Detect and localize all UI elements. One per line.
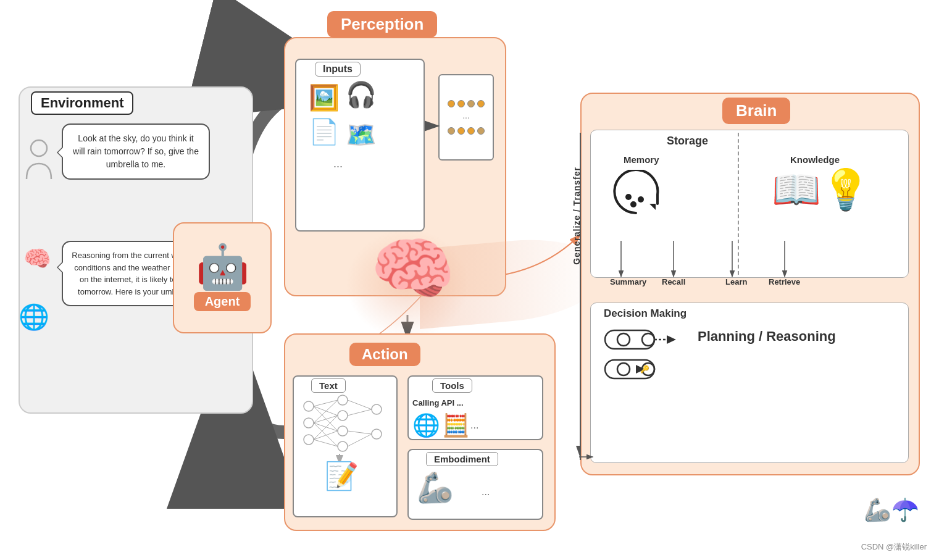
enc-dot <box>448 127 455 135</box>
svg-point-29 <box>372 429 382 439</box>
image-icon: 🖼️ <box>309 83 340 112</box>
enc-dot <box>457 127 465 135</box>
svg-line-31 <box>314 406 338 416</box>
agent-robot-icon: 🤖 <box>196 245 249 288</box>
brain-icon-reasoning: 🧠 <box>23 246 51 272</box>
memory-icon <box>611 170 661 229</box>
agent-box: 🤖 Agent <box>173 222 272 333</box>
svg-text:🔑: 🔑 <box>640 364 649 374</box>
tools-sublabel: Tools <box>432 378 472 393</box>
input-dots: ... <box>333 157 343 170</box>
svg-point-57 <box>642 333 654 346</box>
enc-dot <box>457 100 465 107</box>
retrieve-label: Retrieve <box>769 277 800 286</box>
svg-point-26 <box>338 426 348 436</box>
svg-marker-46 <box>649 204 656 210</box>
svg-point-23 <box>304 435 314 445</box>
svg-point-22 <box>304 418 314 428</box>
txt-file-icon: 📝 <box>325 460 359 492</box>
knowledge-book-icon: 📖💡 <box>772 167 870 213</box>
action-label: Action <box>349 343 420 366</box>
embodiment-sublabel: Embodiment <box>426 452 498 466</box>
decision-label: Decision Making <box>604 307 687 320</box>
svg-point-61 <box>617 363 630 375</box>
web-tool-icon: 🌐 <box>412 412 440 438</box>
perception-label: Perception <box>327 11 437 38</box>
svg-point-12 <box>31 140 47 156</box>
knowledge-label: Knowledge <box>790 154 840 165</box>
enc-dot <box>477 100 485 107</box>
agent-label: Agent <box>194 292 251 311</box>
recall-label: Recall <box>662 277 685 286</box>
planning-label: Planning / Reasoning <box>698 327 836 346</box>
svg-point-28 <box>372 404 382 414</box>
svg-marker-59 <box>667 335 676 344</box>
svg-line-40 <box>348 400 372 409</box>
encoder-dots: ··· <box>462 112 470 122</box>
speech1-text: Look at the sky, do you think it will ra… <box>73 133 199 169</box>
tools-dots: ... <box>470 420 478 431</box>
enc-dot <box>448 100 455 107</box>
inputs-label: Inputs <box>315 62 361 77</box>
svg-point-47 <box>638 196 644 203</box>
globe-icon: 🌐 <box>19 303 49 332</box>
decision-box <box>590 303 909 463</box>
svg-point-27 <box>338 441 348 451</box>
robot-arm-icon: 🦾 <box>417 470 454 505</box>
svg-point-24 <box>338 395 348 405</box>
summary-label: Summary <box>610 277 646 286</box>
tools-calling-text: Calling API ... <box>412 398 464 407</box>
toggle-icon-2: 🔑 <box>602 357 682 382</box>
toggle-icon-1 <box>602 327 682 352</box>
watermark: CSDN @潇锐killer <box>861 541 927 553</box>
svg-point-25 <box>338 411 348 420</box>
umbrella-robot-icon: 🦾☂️ <box>864 497 919 523</box>
svg-line-43 <box>348 434 372 446</box>
svg-line-38 <box>314 431 338 440</box>
storage-divider <box>738 133 739 275</box>
svg-line-41 <box>348 409 372 416</box>
audio-icon: 🎧 <box>346 80 377 109</box>
diagram-container: Environment Look at the sky, do you thin… <box>0 0 939 560</box>
generalize-transfer-label: Generalize / Transfer <box>572 167 582 265</box>
storage-label: Storage <box>667 135 708 148</box>
svg-point-56 <box>617 333 630 346</box>
enc-dot <box>477 127 485 135</box>
document-icon: 📄 <box>309 117 340 146</box>
map-icon: 🗺️ <box>346 120 377 149</box>
svg-point-21 <box>304 401 314 411</box>
calc-tool-icon: 🧮 <box>442 412 470 438</box>
enc-dot <box>467 127 475 135</box>
text-sublabel: Text <box>311 378 346 393</box>
brain-label: Brain <box>722 98 790 124</box>
speech-bubble-1: Look at the sky, do you think it will ra… <box>62 123 210 180</box>
encoder-box: ··· <box>438 74 494 161</box>
learn-label: Learn <box>725 277 747 286</box>
center-brain-icon: 🧠 <box>370 235 455 303</box>
embodiment-dots: ... <box>482 487 490 498</box>
neural-net-svg <box>296 394 389 453</box>
svg-point-48 <box>630 201 636 207</box>
enc-dot <box>467 100 475 107</box>
svg-point-49 <box>625 194 632 200</box>
memory-label: Memory <box>624 154 659 165</box>
svg-line-42 <box>348 431 372 434</box>
person-icon <box>23 139 54 176</box>
environment-label: Environment <box>31 91 133 115</box>
